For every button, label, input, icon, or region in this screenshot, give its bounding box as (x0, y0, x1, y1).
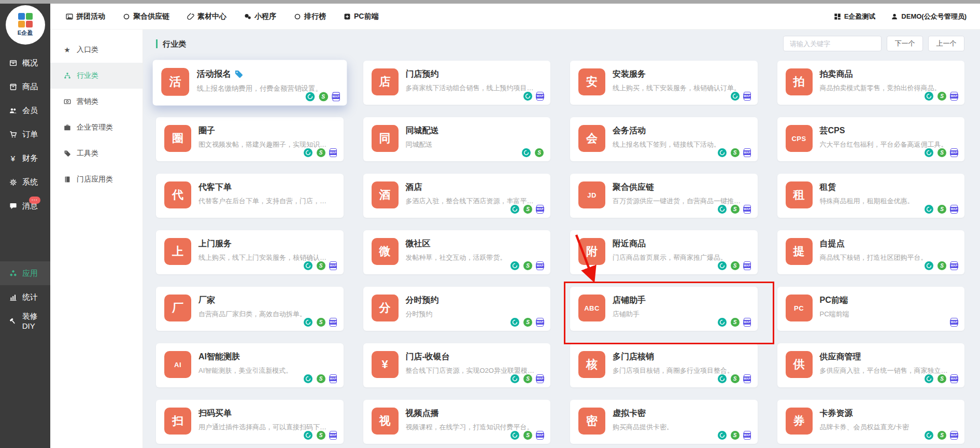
sidebar-item-8[interactable]: 应用 (0, 261, 50, 285)
app-card[interactable]: 券卡券资源品牌卡券、会员权益直充/卡密SWAP (777, 400, 965, 444)
sitemap-icon (63, 72, 72, 79)
app-card[interactable]: 扫扫码买单用户通过插件选择商品，可以直接扫码下单。SWAP (156, 400, 344, 444)
ring-icon (123, 13, 130, 20)
topnav-item-4[interactable]: 小程序 (244, 12, 276, 21)
app-card[interactable]: PCPC前端PC端前端WAP (777, 287, 965, 331)
sidebar-item-1[interactable]: 概况 (0, 51, 50, 75)
app-card[interactable]: 提自提点商品线下核销，打造社区团购平台。SWAP (777, 230, 965, 274)
app-card-title: 附近商品 (613, 239, 646, 249)
app-card-desc: 购买商品提供卡密。 (613, 423, 673, 432)
price-tag-icon (234, 69, 244, 79)
wap-icon: WAP (744, 148, 751, 157)
app-card[interactable]: 安安装服务线上购买，线下安装服务，核销确认订单。WAP (570, 61, 758, 105)
app-card[interactable]: 租租赁特殊商品租用，租期租金优惠。SWAP (777, 174, 965, 218)
category-item-3[interactable]: 营销类 (50, 89, 143, 115)
app-card[interactable]: 密虚拟卡密购买商品提供卡密。SWAP (570, 400, 758, 444)
app-icon-glyph: 券 (793, 415, 805, 427)
goods-icon (8, 83, 18, 91)
sidebar-item-5[interactable]: ¥财务 (0, 146, 50, 170)
search-input[interactable] (783, 36, 882, 51)
swirl-circle-icon (304, 261, 313, 270)
app-icon-tile: 视 (372, 408, 399, 435)
app-card[interactable]: 店门店预约多商家线下活动组合销售，线上预约项目线下...WAP (363, 61, 551, 105)
app-icon-glyph: ¥ (381, 359, 388, 370)
brand-logo-text: E企盈 (18, 29, 33, 37)
app-card[interactable]: 微微社区发帖种草，社交互动，活跃带货。SWAP (363, 230, 551, 274)
topnav-item-1[interactable]: 拼团活动 (66, 12, 105, 21)
wap-icon: WAP (744, 205, 751, 214)
app-card[interactable]: 核多门店核销多门店项目核销，商圈多行业项目整合。SWAP (570, 343, 758, 387)
category-item-5[interactable]: 工具类 (50, 141, 143, 166)
sidebar-item-3[interactable]: 会员 (0, 99, 50, 122)
app-icon-tile: 拍 (786, 68, 813, 95)
app-card-title: 圈子 (198, 125, 215, 136)
app-card[interactable]: ¥门店-收银台整合线下门店资源，实现O2O异业联盟模式。SWAP (363, 343, 551, 387)
topnav-item-5[interactable]: 排行榜 (294, 12, 326, 21)
app-card-title-row: 扫码买单 (198, 408, 332, 419)
sidebar-item-label: 系统 (22, 177, 38, 187)
topnav-item-6[interactable]: PC前端 (344, 12, 378, 21)
app-card-desc: 商品拍卖模式新零售，竞拍出价得商品。 (820, 83, 941, 93)
sidebar-item-9[interactable]: 统计 (0, 285, 50, 309)
app-card[interactable]: 附附近商品门店商品首页展示，帮商家推广爆品。SWAP (570, 230, 758, 274)
app-card[interactable]: 供供应商管理多供应商入驻，平台统一销售，商家独立管理。SWAP (777, 343, 965, 387)
sidebar-item-7[interactable]: 消息··· (0, 194, 50, 218)
app-icon-tile: 同 (372, 125, 399, 152)
wechat-mini-icon: S (317, 431, 325, 440)
app-card[interactable]: 同同城配送同城配送S (363, 117, 551, 161)
category-item-2[interactable]: 行业类 (50, 63, 143, 89)
wechat-mini-icon: S (731, 148, 740, 157)
next-button[interactable]: 下一个 (887, 36, 923, 51)
app-header: 拼团活动聚合供应链素材中心小程序排行榜PC前端 E企盈测试DEMO(公众号管理员… (50, 4, 980, 30)
app-card[interactable]: 上上门服务线上购买，线下上门安装服务，核销确认订单。SWAP (156, 230, 344, 274)
brand-logo[interactable]: E企盈 (6, 5, 45, 45)
app-card-title-row: PC前端 (820, 295, 849, 306)
app-card[interactable]: 拍拍卖商品商品拍卖模式新零售，竞拍出价得商品。SWAP (777, 61, 965, 105)
prev-button[interactable]: 上一个 (928, 36, 964, 51)
swirl-circle-icon (304, 318, 313, 327)
platform-icons: SWAP (510, 318, 544, 327)
app-card-title: AI智能测肤 (198, 352, 240, 362)
app-card[interactable]: 圈圈子图文视频发帖，搭建兴趣圈子，实现知识付费。SWAP (156, 117, 344, 161)
app-card[interactable]: CPS芸CPS六大平台红包福利，平台必备高返佣工具。SWAP (777, 117, 965, 161)
app-card[interactable]: JD聚合供应链百万货源供应一键进货，自营商品一键推送云...SWAP (570, 174, 758, 218)
user-menu[interactable]: DEMO(公众号管理员) (891, 12, 967, 21)
sidebar-item-6[interactable]: 系统 (0, 170, 50, 194)
topnav-item-3[interactable]: 素材中心 (187, 12, 226, 21)
sidebar-item-10[interactable]: 装修DIY (0, 309, 50, 333)
wechat-mini-icon: S (731, 431, 740, 440)
app-card[interactable]: 视视频点播视频课程，在线学习，打造知识付费平台。SWAP (363, 400, 551, 444)
topnav-item-2[interactable]: 聚合供应链 (123, 12, 169, 21)
app-card-title: 门店-收银台 (406, 352, 450, 362)
app-icon-tile: ABC (578, 295, 605, 321)
app-card-title-row: 芸CPS (820, 125, 948, 136)
section-title: 行业类 (156, 39, 186, 48)
app-card[interactable]: 会会务活动线上报名线下签到，链接线下活动。SWAP (570, 117, 758, 161)
app-card-info: 微社区发帖种草，社交互动，活跃带货。 (406, 238, 507, 267)
app-card[interactable]: AIAI智能测肤AI智能测肤，美业引流新模式。SWAP (156, 343, 344, 387)
sidebar-item-4[interactable]: 订单 (0, 122, 50, 146)
app-icon-tile: 厂 (164, 295, 191, 321)
wap-icon: WAP (536, 92, 544, 101)
app-card[interactable]: 分分时预约分时预约SWAP (363, 287, 551, 331)
sidebar-item-2[interactable]: 商品 (0, 75, 50, 99)
wap-icon: WAP (330, 318, 337, 327)
category-item-1[interactable]: ★入口类 (50, 37, 143, 63)
ring-icon (294, 13, 301, 20)
app-icon-tile: 代 (164, 181, 191, 208)
app-card-title: 芸CPS (820, 125, 845, 136)
app-card[interactable]: 酒酒店多酒店入驻，整合线下酒店资源，丰富平台服...SWAP (363, 174, 551, 218)
app-card[interactable]: 代代客下单代替客户在后台下单，支持自营，门店，供应... (156, 174, 344, 218)
swirl-circle-icon (718, 431, 727, 440)
app-card-title-row: 虚拟卡密 (613, 408, 673, 419)
app-card[interactable]: 厂厂家自营商品厂家归类，高效自动拆单。SWAP (156, 287, 344, 331)
category-item-4[interactable]: 企业管理类 (50, 115, 143, 141)
app-card[interactable]: ABC店铺助手店铺助手SWAP (570, 287, 758, 331)
category-item-label: 营销类 (77, 97, 98, 106)
sidebar-item-label: 统计 (22, 292, 38, 302)
category-item-6[interactable]: 门店应用类 (50, 166, 143, 192)
merchant-switcher[interactable]: E企盈测试 (834, 12, 876, 21)
app-card-title: 微社区 (406, 239, 431, 249)
app-card[interactable]: 活活动报名线上报名缴纳费用，付费金额营销设置。SWAP (153, 60, 347, 106)
wap-icon: WAP (332, 92, 339, 102)
